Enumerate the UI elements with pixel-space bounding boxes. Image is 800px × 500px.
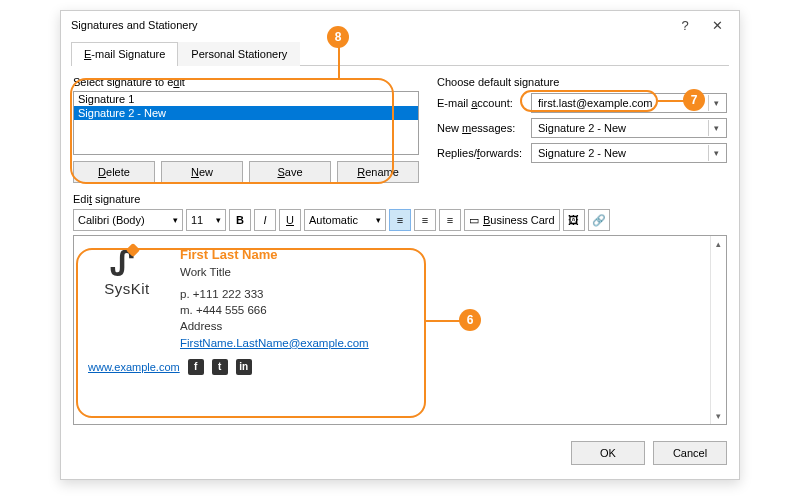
insert-picture-button[interactable]: 🖼 — [563, 209, 585, 231]
new-messages-dropdown[interactable]: Signature 2 - New ▾ — [531, 118, 727, 138]
brand-logo: ᔑ SysKit — [88, 246, 166, 351]
signature-preview: ᔑ SysKit First Last Name Work Title p. +… — [88, 246, 712, 351]
titlebar: Signatures and Stationery ? ✕ — [61, 11, 739, 39]
signature-editor[interactable]: ᔑ SysKit First Last Name Work Title p. +… — [73, 235, 727, 425]
underline-button[interactable]: U — [279, 209, 301, 231]
replies-forwards-label: Replies/forwards: — [437, 147, 525, 159]
chevron-down-icon: ▾ — [708, 120, 724, 136]
tab-strip: E-mail Signature Personal Stationery — [71, 41, 729, 66]
tab-email-signature[interactable]: E-mail Signature — [71, 42, 178, 66]
new-button[interactable]: New — [161, 161, 243, 183]
signatures-dialog: Signatures and Stationery ? ✕ E-mail Sig… — [60, 10, 740, 480]
bold-button[interactable]: B — [229, 209, 251, 231]
dialog-footer: OK Cancel — [61, 435, 739, 471]
sig-title: Work Title — [180, 264, 369, 280]
scroll-up-icon[interactable]: ▴ — [711, 236, 726, 252]
signature-links: www.example.com f t in — [88, 359, 712, 375]
sig-mobile: m. +444 555 666 — [180, 302, 369, 318]
chevron-down-icon: ▾ — [173, 215, 178, 225]
editor-toolbar: Calibri (Body)▾ 11▾ B I U Automatic▾ ≡ ≡… — [73, 209, 727, 231]
select-signature-label: Select signature to edit — [73, 76, 419, 88]
insert-link-button[interactable]: 🔗 — [588, 209, 610, 231]
tab-personal-stationery[interactable]: Personal Stationery — [178, 42, 300, 66]
linkedin-icon[interactable]: in — [236, 359, 252, 375]
replies-forwards-dropdown[interactable]: Signature 2 - New ▾ — [531, 143, 727, 163]
editor-scrollbar[interactable]: ▴ ▾ — [710, 236, 726, 424]
email-account-label: E-mail account: — [437, 97, 525, 109]
dialog-title: Signatures and Stationery — [71, 19, 669, 31]
edit-signature-label: Edit signature — [73, 193, 727, 205]
close-icon[interactable]: ✕ — [701, 18, 733, 33]
sig-address: Address — [180, 318, 369, 334]
save-button[interactable]: Save — [249, 161, 331, 183]
new-messages-label: New messages: — [437, 122, 525, 134]
chevron-down-icon: ▾ — [708, 95, 724, 111]
default-signature-label: Choose default signature — [437, 76, 727, 88]
chevron-down-icon: ▾ — [376, 215, 381, 225]
ok-button[interactable]: OK — [571, 441, 645, 465]
signature-list-item[interactable]: Signature 2 - New — [74, 106, 418, 120]
chevron-down-icon: ▾ — [708, 145, 724, 161]
new-messages-value: Signature 2 - New — [538, 122, 626, 134]
chevron-down-icon: ▾ — [216, 215, 221, 225]
align-center-button[interactable]: ≡ — [414, 209, 436, 231]
business-card-button[interactable]: ▭Business Card — [464, 209, 560, 231]
help-icon[interactable]: ? — [669, 18, 701, 33]
delete-button[interactable]: Delete — [73, 161, 155, 183]
font-color-dropdown[interactable]: Automatic▾ — [304, 209, 386, 231]
cancel-button[interactable]: Cancel — [653, 441, 727, 465]
facebook-icon[interactable]: f — [188, 359, 204, 375]
align-left-button[interactable]: ≡ — [389, 209, 411, 231]
signature-listbox[interactable]: Signature 1 Signature 2 - New — [73, 91, 419, 155]
font-size-dropdown[interactable]: 11▾ — [186, 209, 226, 231]
replies-forwards-value: Signature 2 - New — [538, 147, 626, 159]
italic-button[interactable]: I — [254, 209, 276, 231]
twitter-icon[interactable]: t — [212, 359, 228, 375]
sig-email: FirstName.LastName@example.com — [180, 335, 369, 351]
sig-phone: p. +111 222 333 — [180, 286, 369, 302]
rename-button[interactable]: Rename — [337, 161, 419, 183]
font-family-dropdown[interactable]: Calibri (Body)▾ — [73, 209, 183, 231]
align-right-button[interactable]: ≡ — [439, 209, 461, 231]
signature-text: First Last Name Work Title p. +111 222 3… — [180, 246, 369, 351]
sig-name: First Last Name — [180, 246, 369, 264]
email-account-dropdown[interactable]: first.last@example.com ▾ — [531, 93, 727, 113]
email-account-value: first.last@example.com — [538, 97, 652, 109]
signature-list-item[interactable]: Signature 1 — [74, 92, 418, 106]
scroll-down-icon[interactable]: ▾ — [711, 408, 726, 424]
sig-web[interactable]: www.example.com — [88, 361, 180, 373]
